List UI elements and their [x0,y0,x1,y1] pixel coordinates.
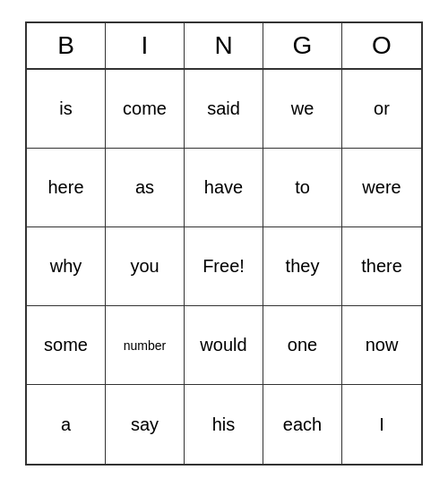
header-letter-O: O [342,23,421,68]
cell-3-2: would [185,306,263,385]
cell-2-1: you [106,227,185,306]
header-letter-I: I [106,23,185,68]
cell-1-0: here [27,149,106,227]
cell-0-1: come [106,70,185,149]
header-letter-B: B [27,23,106,68]
cell-1-2: have [185,149,263,227]
cell-3-3: one [263,306,342,385]
cell-3-1: number [106,306,185,385]
bingo-grid: iscomesaidweorhereashavetowerewhyyouFree… [27,70,421,464]
cell-2-4: there [342,227,421,306]
cell-4-3: each [263,385,342,464]
cell-4-0: a [27,385,106,464]
cell-0-2: said [185,70,263,149]
cell-1-3: to [263,149,342,227]
cell-1-4: were [342,149,421,227]
cell-4-1: say [106,385,185,464]
cell-0-0: is [27,70,106,149]
cell-0-4: or [342,70,421,149]
bingo-header: BINGO [27,23,421,70]
cell-2-0: why [27,227,106,306]
header-letter-G: G [263,23,342,68]
cell-3-0: some [27,306,106,385]
cell-1-1: as [106,149,185,227]
cell-0-3: we [263,70,342,149]
cell-3-4: now [342,306,421,385]
cell-4-2: his [185,385,263,464]
cell-2-3: they [263,227,342,306]
cell-2-2: Free! [185,227,263,306]
bingo-card: BINGO iscomesaidweorhereashavetowerewhyy… [25,21,423,466]
cell-4-4: I [342,385,421,464]
header-letter-N: N [185,23,263,68]
